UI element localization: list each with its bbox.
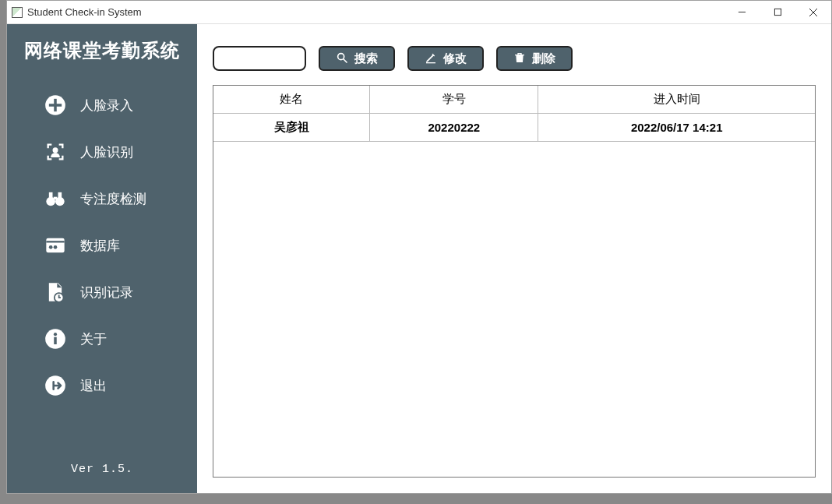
button-label: 搜索 — [354, 51, 378, 66]
svg-point-22 — [54, 333, 57, 336]
records-table: 姓名 学号 进入时间 吴彦祖 20220222 2022/06/17 14:21 — [213, 85, 816, 478]
svg-rect-10 — [49, 192, 53, 198]
face-scan-icon — [44, 141, 66, 163]
table-header-name: 姓名 — [213, 86, 370, 114]
table-row[interactable]: 吴彦祖 20220222 2022/06/17 14:21 — [213, 114, 815, 142]
table-header-time: 进入时间 — [538, 86, 815, 114]
table-header-row: 姓名 学号 进入时间 — [213, 86, 815, 114]
sidebar-item-label: 关于 — [80, 330, 107, 348]
svg-rect-11 — [58, 192, 62, 198]
search-input[interactable] — [213, 46, 306, 71]
system-title: 网络课堂考勤系统 — [7, 38, 197, 63]
search-button[interactable]: 搜索 — [319, 46, 395, 71]
pencil-icon — [425, 51, 437, 66]
logout-circle-icon — [44, 375, 66, 397]
svg-rect-21 — [54, 337, 57, 344]
edit-button[interactable]: 修改 — [407, 46, 484, 71]
info-circle-icon — [44, 328, 66, 350]
maximize-button[interactable] — [760, 1, 795, 24]
toolbar: 搜索 修改 删除 — [213, 46, 816, 71]
sidebar-item-label: 人脸录入 — [80, 97, 133, 115]
cell-id: 20220222 — [370, 114, 538, 142]
sidebar-item-label: 数据库 — [80, 237, 120, 255]
sidebar-item-attention[interactable]: 专注度检测 — [7, 175, 197, 222]
database-users-icon — [44, 234, 66, 256]
svg-point-17 — [54, 245, 58, 249]
sidebar-item-exit[interactable]: 退出 — [7, 362, 197, 409]
app-window: Student Check-in System 网络课堂考勤系统 人脸录入 — [6, 0, 832, 494]
button-label: 修改 — [443, 51, 467, 66]
document-clock-icon — [44, 281, 66, 303]
cell-time: 2022/06/17 14:21 — [538, 114, 815, 142]
sidebar-item-label: 人脸识别 — [80, 143, 133, 161]
sidebar-item-face-enroll[interactable]: 人脸录入 — [7, 82, 197, 129]
sidebar-item-label: 退出 — [80, 377, 107, 395]
close-button[interactable] — [795, 1, 831, 24]
sidebar-item-about[interactable]: 关于 — [7, 315, 197, 362]
table-header-id: 学号 — [370, 86, 538, 114]
button-label: 删除 — [532, 51, 555, 66]
window-title: Student Check-in System — [27, 6, 142, 18]
svg-line-25 — [344, 59, 347, 62]
svg-rect-6 — [49, 104, 62, 107]
svg-rect-1 — [774, 9, 781, 15]
trash-icon — [513, 51, 526, 66]
version-label: Ver 1.5. — [7, 446, 197, 493]
svg-rect-12 — [54, 197, 58, 199]
search-icon — [336, 51, 348, 66]
plus-circle-icon — [44, 94, 66, 116]
sidebar-item-records[interactable]: 识别记录 — [7, 269, 197, 315]
sidebar-item-label: 专注度检测 — [80, 190, 146, 208]
main-panel: 搜索 修改 删除 — [197, 24, 831, 493]
binoculars-icon — [44, 188, 66, 210]
svg-point-16 — [49, 245, 53, 249]
sidebar-item-face-recog[interactable]: 人脸识别 — [7, 129, 197, 175]
app-icon — [12, 7, 23, 18]
delete-button[interactable]: 删除 — [496, 46, 573, 71]
cell-name: 吴彦祖 — [213, 114, 370, 142]
sidebar: 网络课堂考勤系统 人脸录入 人脸识别 专注度检测 — [7, 24, 197, 493]
sidebar-item-database[interactable]: 数据库 — [7, 222, 197, 269]
svg-point-7 — [53, 147, 58, 153]
sidebar-item-label: 识别记录 — [80, 284, 133, 301]
titlebar: Student Check-in System — [7, 1, 831, 24]
minimize-button[interactable] — [724, 1, 760, 24]
